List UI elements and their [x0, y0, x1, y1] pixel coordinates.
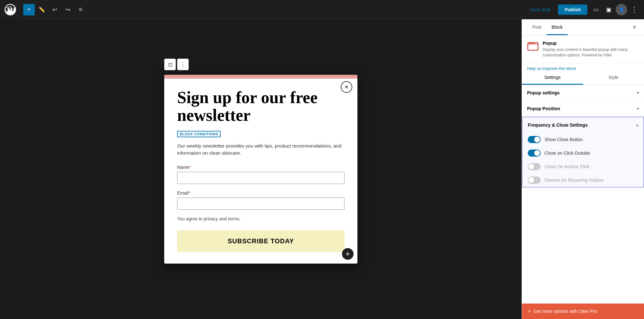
- sidebar: Post Block × Popup Display your content …: [522, 19, 644, 319]
- svg-point-3: [535, 43, 537, 44]
- frequency-close-section: Frequency & Close Settings ▴ Show Close …: [522, 117, 644, 188]
- close-on-click-outside-row: Close on Click Outside: [523, 146, 643, 160]
- tab-style[interactable]: Style: [583, 71, 644, 85]
- show-close-button-knob: [534, 137, 540, 142]
- options-menu-button[interactable]: ⋮: [629, 4, 640, 15]
- popup-description: Our weekly newsletter provides you with …: [177, 142, 345, 157]
- sidebar-toggle-button[interactable]: ▣: [603, 4, 614, 15]
- settings-style-tabs: Settings Style: [522, 71, 644, 85]
- dismiss-recurring-label: Dismiss for Recurring Visitors: [545, 178, 603, 183]
- tab-post[interactable]: Post: [527, 19, 546, 35]
- subscribe-button[interactable]: SUBSCRIBE TODAY: [177, 230, 345, 252]
- frequency-close-label: Frequency & Close Settings: [528, 122, 588, 128]
- close-on-click-outside-knob: [534, 150, 540, 156]
- close-on-anchor-click-label: Close On Anchor Click: [545, 164, 590, 169]
- block-description: Display your content in beautiful popup …: [543, 47, 639, 58]
- document-overview-button[interactable]: ≡: [75, 4, 86, 15]
- popup-container: ⊡ ⋮ × Sign up for our free newsletter BL…: [164, 75, 357, 263]
- email-required: *: [188, 190, 190, 196]
- close-on-anchor-click-knob: [528, 164, 534, 169]
- sidebar-top-tabs: Post Block ×: [522, 19, 644, 35]
- dismiss-recurring-knob: [528, 177, 534, 183]
- redo-button[interactable]: ↪: [62, 4, 73, 15]
- popup-terms: You agree to privacy and terms.: [177, 216, 345, 221]
- otter-pro-label: Get more options with Otter Pro.: [534, 309, 598, 314]
- show-close-button-label: Show Close Button: [545, 137, 583, 142]
- name-input[interactable]: [177, 172, 345, 184]
- toolbar: + ✏️ ↩ ↪ ≡ Save draft Publish ▭ ▣ 👤 ⋮: [0, 0, 644, 19]
- frequency-close-header[interactable]: Frequency & Close Settings ▴: [523, 117, 643, 133]
- dismiss-recurring-row: Dismiss for Recurring Visitors: [523, 173, 643, 187]
- popup-modal: × Sign up for our free newsletter BLOCK …: [164, 75, 357, 263]
- popup-position-label: Popup Position: [527, 106, 560, 111]
- tab-block[interactable]: Block: [546, 19, 568, 35]
- close-on-anchor-click-toggle[interactable]: [528, 163, 541, 170]
- avatar[interactable]: 👤: [616, 4, 627, 15]
- popup-settings-header[interactable]: Popup settings ▾: [522, 85, 644, 101]
- popup-more-options-button[interactable]: ⋮: [177, 59, 189, 70]
- block-info-text: Popup Display your content in beautiful …: [543, 41, 639, 58]
- email-label: Email*: [177, 190, 345, 196]
- add-block-button[interactable]: +: [23, 4, 35, 15]
- name-label: Name*: [177, 165, 345, 170]
- editor-canvas: ⊡ ⋮ × Sign up for our free newsletter BL…: [0, 19, 522, 319]
- undo-button[interactable]: ↩: [49, 4, 61, 15]
- otter-pro-icon: ↗: [527, 309, 531, 314]
- popup-body: Sign up for our free newsletter BLOCK CO…: [164, 79, 357, 263]
- block-info: Popup Display your content in beautiful …: [522, 35, 644, 63]
- edit-pen-button[interactable]: ✏️: [36, 4, 48, 15]
- email-input[interactable]: [177, 198, 345, 210]
- popup-settings-label: Popup settings: [527, 90, 560, 95]
- popup-expand-button[interactable]: ⊡: [164, 59, 176, 70]
- dismiss-recurring-toggle[interactable]: [528, 177, 541, 184]
- tab-settings[interactable]: Settings: [522, 71, 583, 85]
- block-icon: [527, 41, 539, 52]
- sidebar-close-button[interactable]: ×: [630, 21, 639, 34]
- name-required: *: [189, 165, 191, 170]
- popup-settings-chevron: ▾: [637, 91, 639, 95]
- close-on-click-outside-label: Close on Click Outside: [545, 150, 590, 156]
- show-close-button-row: Show Close Button: [523, 133, 643, 146]
- block-conditions-badge[interactable]: BLOCK CONDITIONS: [177, 131, 221, 137]
- show-close-button-toggle[interactable]: [528, 136, 541, 143]
- popup-settings-section: Popup settings ▾: [522, 85, 644, 101]
- close-on-click-outside-toggle[interactable]: [528, 150, 541, 157]
- popup-position-chevron: ▾: [637, 106, 639, 111]
- popup-title: Sign up for our free newsletter: [177, 89, 345, 124]
- popup-header-bar: [164, 75, 357, 79]
- otter-pro-banner[interactable]: ↗ Get more options with Otter Pro.: [522, 304, 644, 319]
- preview-button[interactable]: ▭: [590, 4, 601, 15]
- publish-button[interactable]: Publish: [558, 5, 587, 15]
- popup-position-section: Popup Position ▾: [522, 101, 644, 117]
- save-draft-button[interactable]: Save draft: [525, 5, 556, 15]
- wp-logo[interactable]: [0, 0, 21, 19]
- block-name: Popup: [543, 41, 639, 46]
- popup-position-header[interactable]: Popup Position ▾: [522, 101, 644, 116]
- popup-block-toolbar: ⊡ ⋮: [164, 59, 189, 70]
- help-improve-link[interactable]: Help us improve this block: [527, 66, 639, 71]
- frequency-close-chevron: ▴: [636, 123, 638, 127]
- popup-add-block-button[interactable]: +: [342, 248, 354, 260]
- close-on-anchor-click-row: Close On Anchor Click: [523, 160, 643, 173]
